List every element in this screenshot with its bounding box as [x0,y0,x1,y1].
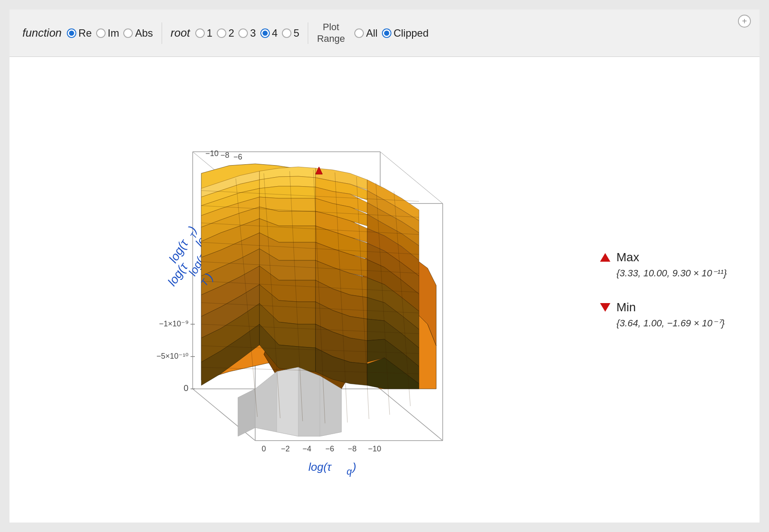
max-triangle-icon [600,253,610,262]
radio-root-1-label: 1 [207,27,213,39]
function-label: function [22,26,62,40]
root-label: root [171,26,190,40]
radio-root-4-circle[interactable] [260,28,270,38]
3d-plot: 0 −5×10⁻¹⁰ −1×10⁻⁹ 0 −2 −4 −6 −8 −10 log… [109,96,497,484]
radio-root-2-circle[interactable] [217,28,226,38]
legend-min-item: Min {3.64, 1.00, −1.69 × 10⁻⁷} [600,300,742,329]
svg-text:−6: −6 [325,444,334,453]
svg-text:−10: −10 [205,149,219,158]
svg-marker-95 [277,367,298,436]
radio-root-2-label: 2 [228,27,234,39]
main-content: 0 −5×10⁻¹⁰ −1×10⁻⁹ 0 −2 −4 −6 −8 −10 log… [9,57,760,523]
radio-root-4[interactable]: 4 [260,27,278,39]
plot-area: 0 −5×10⁻¹⁰ −1×10⁻⁹ 0 −2 −4 −6 −8 −10 log… [18,66,587,514]
radio-root-3-label: 3 [250,27,256,39]
radio-root-5-circle[interactable] [282,28,291,38]
radio-root-1-circle[interactable] [195,28,205,38]
svg-marker-94 [238,389,255,436]
svg-text:log(τ: log(τ [166,237,191,265]
radio-abs-label: Abs [135,27,153,39]
radio-root-5-label: 5 [294,27,299,39]
root-group: root 1 2 3 4 [171,26,300,40]
plot-range-radio-group: All Clipped [354,27,428,39]
svg-text:log(τ: log(τ [308,460,332,473]
radio-root-2[interactable]: 2 [217,27,234,39]
radio-re-label: Re [78,27,92,39]
legend-min-header: Min [600,300,742,314]
radio-clipped-circle[interactable] [382,28,391,38]
svg-text:−8: −8 [220,151,229,160]
radio-clipped[interactable]: Clipped [382,27,428,39]
radio-re[interactable]: Re [67,27,92,39]
svg-marker-54 [259,186,316,198]
radio-all[interactable]: All [354,27,378,39]
plot-range-label: PlotRange [317,22,345,44]
radio-root-3[interactable]: 3 [238,27,256,39]
radio-all-label: All [366,27,378,39]
radio-root-4-label: 4 [272,27,278,39]
legend-max-value: {3.33, 10.00, 9.30 × 10⁻¹¹} [616,268,742,279]
legend-max-header: Max [600,250,742,264]
radio-abs-circle[interactable] [123,28,133,38]
plot-range-group: PlotRange All Clipped [317,22,428,44]
radio-re-circle[interactable] [67,28,76,38]
legend-min-value: {3.64, 1.00, −1.69 × 10⁻⁷} [616,318,742,329]
main-container: function Re Im Abs root [9,9,760,523]
svg-text:−10: −10 [368,444,381,453]
svg-text:−2: −2 [281,444,290,453]
legend-min-title: Min [616,300,636,314]
svg-text:−8: −8 [348,444,357,453]
legend-max-item: Max {3.33, 10.00, 9.30 × 10⁻¹¹} [600,250,742,279]
radio-root-3-circle[interactable] [238,28,248,38]
separator-2 [308,22,308,44]
toolbar: function Re Im Abs root [9,9,760,57]
root-radio-group: 1 2 3 4 5 [195,27,300,39]
function-radio-group: Re Im Abs [67,27,153,39]
svg-text:0: 0 [184,383,188,393]
legend-max-title: Max [616,250,639,264]
separator-1 [162,22,162,44]
function-group: function Re Im Abs [22,26,153,40]
legend-area: Max {3.33, 10.00, 9.30 × 10⁻¹¹} Min {3.6… [587,66,742,514]
svg-text:−4: −4 [303,444,312,453]
radio-im[interactable]: Im [96,27,119,39]
svg-text:): ) [351,460,356,473]
radio-all-circle[interactable] [354,28,364,38]
radio-clipped-label: Clipped [394,27,428,39]
radio-im-circle[interactable] [96,28,106,38]
plus-button[interactable]: + [738,15,751,28]
svg-text:−6: −6 [233,153,242,161]
svg-text:q: q [347,466,352,477]
min-triangle-icon [600,303,610,312]
radio-im-label: Im [108,27,119,39]
svg-text:−1×10⁻⁹: −1×10⁻⁹ [159,319,188,328]
radio-root-1[interactable]: 1 [195,27,213,39]
radio-abs[interactable]: Abs [123,27,153,39]
radio-root-5[interactable]: 5 [282,27,299,39]
svg-text:−5×10⁻¹⁰: −5×10⁻¹⁰ [156,352,188,360]
svg-text:0: 0 [262,444,266,453]
